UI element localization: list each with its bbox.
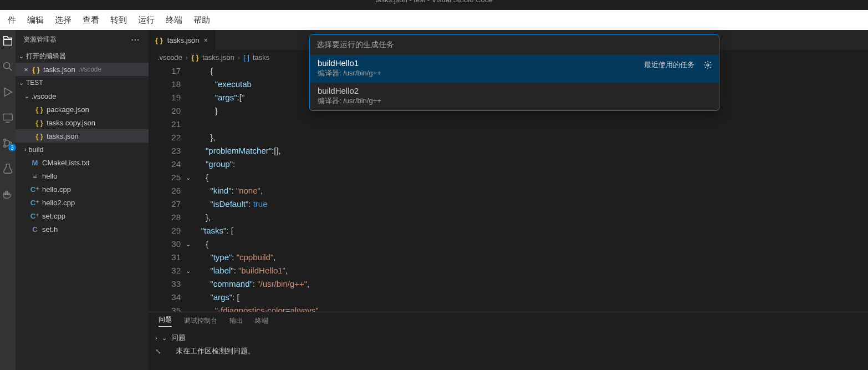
panel-tab-terminal[interactable]: 终端 <box>255 316 268 326</box>
folder-build[interactable]: › build <box>16 143 149 156</box>
chevron-right-icon: › <box>186 53 188 62</box>
breadcrumb-folder[interactable]: .vscode <box>157 53 182 62</box>
file-label: hello2.cpp <box>42 199 75 207</box>
file-set-cpp[interactable]: C⁺ set.cpp <box>16 209 149 222</box>
folder-label: build <box>28 145 43 154</box>
tab-tasks-json[interactable]: { } tasks.json × <box>149 30 215 50</box>
remote-icon[interactable] <box>1 111 14 124</box>
open-editor-item[interactable]: × { } tasks.json .vscode <box>16 63 149 76</box>
file-cmakelists[interactable]: M CMakeLists.txt <box>16 156 149 169</box>
chevron-down-icon: ⌄ <box>19 79 24 87</box>
quick-input-list: buildHello1 编译器: /usr/bin/g++ 最近使用的任务 bu… <box>310 55 719 110</box>
chevron-down-icon: ⌄ <box>24 93 29 100</box>
sidebar-header: 资源管理器 ⋯ <box>16 30 149 49</box>
open-editor-folder: .vscode <box>79 65 101 73</box>
gear-icon[interactable] <box>703 60 712 69</box>
file-hello[interactable]: ≡ hello <box>16 169 149 183</box>
menu-help[interactable]: 帮助 <box>188 12 216 29</box>
open-editor-filename: tasks.json <box>43 65 75 74</box>
chevron-right-icon[interactable]: › <box>155 334 157 341</box>
breadcrumb-symbol[interactable]: tasks <box>253 53 269 62</box>
cmake-file-icon: M <box>30 159 40 167</box>
sidebar: 资源管理器 ⋯ ⌄ 打开的编辑器 × { } tasks.json .vscod… <box>16 30 149 370</box>
array-icon: [ ] <box>243 53 249 62</box>
menu-run[interactable]: 运行 <box>132 12 160 29</box>
workspace-name: TEST <box>26 79 43 87</box>
cpp-file-icon: C⁺ <box>30 212 40 220</box>
panel-tab-debug-console[interactable]: 调试控制台 <box>184 316 217 326</box>
json-file-icon: { } <box>31 65 41 74</box>
panel-tabs: 问题 调试控制台 输出 终端 <box>149 312 868 329</box>
scm-icon[interactable]: 3 <box>1 136 14 150</box>
menu-terminal[interactable]: 终端 <box>160 12 188 29</box>
line-gutter: 1718192021222324⌄25262728⌄29⌄30313233⌄34… <box>149 64 192 312</box>
open-editors-section[interactable]: ⌄ 打开的编辑器 <box>16 49 149 63</box>
workspace-section[interactable]: ⌄ TEST <box>16 76 149 89</box>
menu-file[interactable]: 件 <box>2 12 22 29</box>
docker-icon[interactable] <box>1 187 14 201</box>
file-hello2-cpp[interactable]: C⁺ hello2.cpp <box>16 196 149 209</box>
menu-selection[interactable]: 选择 <box>49 12 77 29</box>
folder-label: .vscode <box>32 92 57 100</box>
menu-edit[interactable]: 编辑 <box>22 12 49 29</box>
svg-rect-8 <box>6 191 7 193</box>
debug-icon[interactable] <box>1 85 14 99</box>
search-icon[interactable] <box>1 60 14 73</box>
file-label: tasks copy.json <box>47 119 95 127</box>
problems-header: 问题 <box>171 333 186 343</box>
quick-input-item-title: buildHello2 <box>318 86 711 95</box>
menu-view[interactable]: 查看 <box>77 12 105 29</box>
file-label: set.cpp <box>42 212 65 220</box>
text-file-icon: ≡ <box>30 172 40 180</box>
recent-tasks-label: 最近使用的任务 <box>644 60 695 70</box>
close-icon[interactable]: × <box>21 65 31 74</box>
json-file-icon: { } <box>34 105 44 114</box>
more-icon[interactable]: ⋯ <box>131 34 141 45</box>
svg-rect-1 <box>3 114 13 120</box>
file-tasks-json[interactable]: { } tasks.json <box>16 129 149 143</box>
quick-input-placeholder: 选择要运行的生成任务 <box>316 40 394 50</box>
svg-point-9 <box>707 64 709 66</box>
file-package-json[interactable]: { } package.json <box>16 103 149 116</box>
test-icon[interactable] <box>1 162 14 175</box>
no-problems-text: 未在工作区检测到问题。 <box>176 346 255 356</box>
panel-tab-problems[interactable]: 问题 <box>159 315 172 327</box>
quick-input: 选择要运行的生成任务 buildHello1 编译器: /usr/bin/g++… <box>309 34 719 111</box>
quick-input-field[interactable]: 选择要运行的生成任务 <box>310 35 719 55</box>
open-editors-label: 打开的编辑器 <box>26 52 66 61</box>
close-icon[interactable]: × <box>204 36 208 44</box>
json-file-icon: { } <box>191 53 199 62</box>
panel-tab-output[interactable]: 输出 <box>229 316 243 326</box>
breadcrumb-file[interactable]: tasks.json <box>202 53 234 62</box>
cpp-file-icon: C⁺ <box>30 185 40 194</box>
chevron-down-icon[interactable]: ⌄ <box>162 334 167 342</box>
menu-go[interactable]: 转到 <box>105 12 132 29</box>
activity-bar: 3 <box>0 30 16 370</box>
bottom-panel: 问题 调试控制台 输出 终端 › ⌄ 问题 ⤡ 未在工作区检测到问题。 <box>149 312 868 370</box>
chevron-down-icon: ⌄ <box>19 53 24 60</box>
explorer-icon[interactable] <box>1 34 14 48</box>
svg-point-2 <box>3 139 6 141</box>
title-bar: tasks.json - test - Visual Studio Code <box>0 0 868 10</box>
collapse-icon[interactable]: ⤡ <box>155 347 161 356</box>
scm-badge: 3 <box>8 144 16 151</box>
quick-input-item-buildhello2[interactable]: buildHello2 编译器: /usr/bin/g++ <box>310 83 719 110</box>
file-set-h[interactable]: C set.h <box>16 222 149 236</box>
file-label: set.h <box>42 225 58 234</box>
chevron-right-icon: › <box>24 146 27 153</box>
cpp-file-icon: C⁺ <box>30 199 40 207</box>
tab-label: tasks.json <box>167 36 200 44</box>
file-label: hello.cpp <box>42 185 71 194</box>
quick-input-item-buildhello1[interactable]: buildHello1 编译器: /usr/bin/g++ 最近使用的任务 <box>310 55 719 83</box>
json-file-icon: { } <box>155 36 163 44</box>
svg-point-0 <box>4 63 10 69</box>
file-label: tasks.json <box>47 132 79 140</box>
window-title: tasks.json - test - Visual Studio Code <box>375 0 493 4</box>
file-hello-cpp[interactable]: C⁺ hello.cpp <box>16 183 149 196</box>
menu-bar: 件 编辑 选择 查看 转到 运行 终端 帮助 <box>0 10 868 30</box>
sidebar-title: 资源管理器 <box>23 35 57 44</box>
file-tasks-copy[interactable]: { } tasks copy.json <box>16 116 149 129</box>
h-file-icon: C <box>30 225 40 234</box>
chevron-right-icon: › <box>238 53 240 62</box>
folder-vscode[interactable]: ⌄ .vscode <box>16 89 149 103</box>
